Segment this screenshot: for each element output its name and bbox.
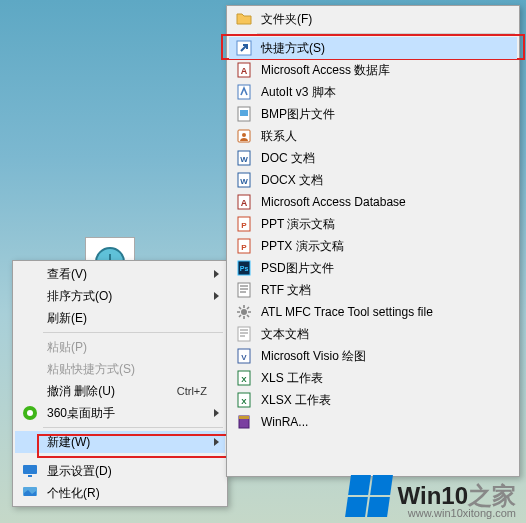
menu-label: 显示设置(D) bbox=[41, 463, 221, 480]
chevron-right-icon bbox=[214, 270, 219, 278]
menu-new[interactable]: 新建(W) bbox=[15, 431, 225, 453]
submenu-label: PPTX 演示文稿 bbox=[255, 238, 513, 255]
access-db-cn-icon: A bbox=[233, 59, 255, 81]
menu-label: 粘贴快捷方式(S) bbox=[41, 361, 221, 378]
watermark-brand-suffix: 之家 bbox=[468, 482, 516, 509]
atlmfc-icon bbox=[233, 301, 255, 323]
submenu-label: Microsoft Access 数据库 bbox=[255, 62, 513, 79]
menu-label: 个性化(R) bbox=[41, 485, 221, 502]
submenu-item-winrar[interactable]: WinRA... bbox=[229, 411, 517, 433]
docx-icon: W bbox=[233, 169, 255, 191]
psd-icon: Ps bbox=[233, 257, 255, 279]
submenu-label: DOCX 文档 bbox=[255, 172, 513, 189]
svg-rect-4 bbox=[28, 475, 32, 477]
svg-text:P: P bbox=[241, 243, 247, 252]
xlsx-icon: X bbox=[233, 389, 255, 411]
blank-icon bbox=[19, 431, 41, 453]
monitor-icon bbox=[19, 460, 41, 482]
menu-label: 查看(V) bbox=[41, 266, 221, 283]
submenu-item-access-db-en[interactable]: AMicrosoft Access Database bbox=[229, 191, 517, 213]
svg-text:X: X bbox=[241, 397, 247, 406]
submenu-item-autoit[interactable]: AutoIt v3 脚本 bbox=[229, 81, 517, 103]
menu-undo-delete[interactable]: 撤消 删除(U) Ctrl+Z bbox=[15, 380, 225, 402]
autoit-icon bbox=[233, 81, 255, 103]
folder-icon bbox=[233, 8, 255, 30]
menu-label: 撤消 删除(U) bbox=[41, 383, 177, 400]
blank-icon bbox=[19, 358, 41, 380]
bmp-icon bbox=[233, 103, 255, 125]
svg-rect-28 bbox=[238, 327, 250, 341]
pptx-icon: P bbox=[233, 235, 255, 257]
svg-point-2 bbox=[27, 410, 33, 416]
access-db-en-icon: A bbox=[233, 191, 255, 213]
submenu-item-psd[interactable]: PsPSD图片文件 bbox=[229, 257, 517, 279]
svg-text:W: W bbox=[240, 177, 248, 186]
submenu-label: Microsoft Visio 绘图 bbox=[255, 348, 513, 365]
personalize-icon bbox=[19, 482, 41, 504]
submenu-label: 文件夹(F) bbox=[255, 11, 513, 28]
submenu-item-xls[interactable]: XXLS 工作表 bbox=[229, 367, 517, 389]
menu-view[interactable]: 查看(V) bbox=[15, 263, 225, 285]
svg-rect-36 bbox=[239, 416, 249, 419]
submenu-item-bmp[interactable]: BMP图片文件 bbox=[229, 103, 517, 125]
contact-icon bbox=[233, 125, 255, 147]
submenu-item-docx[interactable]: WDOCX 文档 bbox=[229, 169, 517, 191]
submenu-item-xlsx[interactable]: XXLSX 工作表 bbox=[229, 389, 517, 411]
blank-icon bbox=[19, 263, 41, 285]
blank-icon bbox=[19, 380, 41, 402]
separator bbox=[43, 456, 223, 457]
submenu-label: 文本文档 bbox=[255, 326, 513, 343]
menu-label: 排序方式(O) bbox=[41, 288, 221, 305]
shortcut-icon bbox=[233, 37, 255, 59]
svg-rect-26 bbox=[238, 283, 250, 297]
submenu-label: RTF 文档 bbox=[255, 282, 513, 299]
menu-360-helper[interactable]: 360桌面助手 bbox=[15, 402, 225, 424]
submenu-label: XLS 工作表 bbox=[255, 370, 513, 387]
menu-display-settings[interactable]: 显示设置(D) bbox=[15, 460, 225, 482]
svg-text:X: X bbox=[241, 375, 247, 384]
menu-refresh[interactable]: 刷新(E) bbox=[15, 307, 225, 329]
watermark: Win10之家 www.win10xitong.com bbox=[348, 475, 516, 517]
submenu-item-atlmfc[interactable]: ATL MFC Trace Tool settings file bbox=[229, 301, 517, 323]
watermark-url: www.win10xitong.com bbox=[408, 507, 516, 519]
doc-icon: W bbox=[233, 147, 255, 169]
menu-personalize[interactable]: 个性化(R) bbox=[15, 482, 225, 504]
submenu-label: BMP图片文件 bbox=[255, 106, 513, 123]
submenu-label: WinRA... bbox=[255, 415, 513, 429]
svg-text:Ps: Ps bbox=[240, 265, 249, 272]
submenu-label: XLSX 工作表 bbox=[255, 392, 513, 409]
watermark-brand: Win10 bbox=[398, 482, 468, 509]
submenu-item-folder[interactable]: 文件夹(F) bbox=[229, 8, 517, 30]
submenu-item-visio[interactable]: VMicrosoft Visio 绘图 bbox=[229, 345, 517, 367]
menu-label: 360桌面助手 bbox=[41, 405, 221, 422]
menu-paste: 粘贴(P) bbox=[15, 336, 225, 358]
blank-icon bbox=[19, 285, 41, 307]
submenu-item-pptx[interactable]: PPPTX 演示文稿 bbox=[229, 235, 517, 257]
menu-paste-shortcut: 粘贴快捷方式(S) bbox=[15, 358, 225, 380]
submenu-item-ppt[interactable]: PPPT 演示文稿 bbox=[229, 213, 517, 235]
svg-text:P: P bbox=[241, 221, 247, 230]
submenu-item-access-db-cn[interactable]: AMicrosoft Access 数据库 bbox=[229, 59, 517, 81]
submenu-label: PPT 演示文稿 bbox=[255, 216, 513, 233]
submenu-label: ATL MFC Trace Tool settings file bbox=[255, 305, 513, 319]
svg-text:A: A bbox=[241, 66, 248, 76]
menu-sort[interactable]: 排序方式(O) bbox=[15, 285, 225, 307]
submenu-item-contact[interactable]: 联系人 bbox=[229, 125, 517, 147]
svg-text:W: W bbox=[240, 155, 248, 164]
svg-point-27 bbox=[241, 309, 247, 315]
svg-text:V: V bbox=[241, 353, 247, 362]
chevron-right-icon bbox=[214, 292, 219, 300]
submenu-label: Microsoft Access Database bbox=[255, 195, 513, 209]
svg-point-13 bbox=[242, 133, 246, 137]
new-submenu: 文件夹(F)快捷方式(S)AMicrosoft Access 数据库AutoIt… bbox=[226, 5, 520, 477]
submenu-item-txt[interactable]: 文本文档 bbox=[229, 323, 517, 345]
menu-label: 新建(W) bbox=[41, 434, 221, 451]
submenu-item-doc[interactable]: WDOC 文档 bbox=[229, 147, 517, 169]
svg-text:A: A bbox=[241, 198, 248, 208]
submenu-item-rtf[interactable]: RTF 文档 bbox=[229, 279, 517, 301]
menu-label: 刷新(E) bbox=[41, 310, 221, 327]
svg-rect-3 bbox=[23, 465, 37, 474]
submenu-item-shortcut[interactable]: 快捷方式(S) bbox=[229, 37, 517, 59]
xls-icon: X bbox=[233, 367, 255, 389]
rtf-icon bbox=[233, 279, 255, 301]
